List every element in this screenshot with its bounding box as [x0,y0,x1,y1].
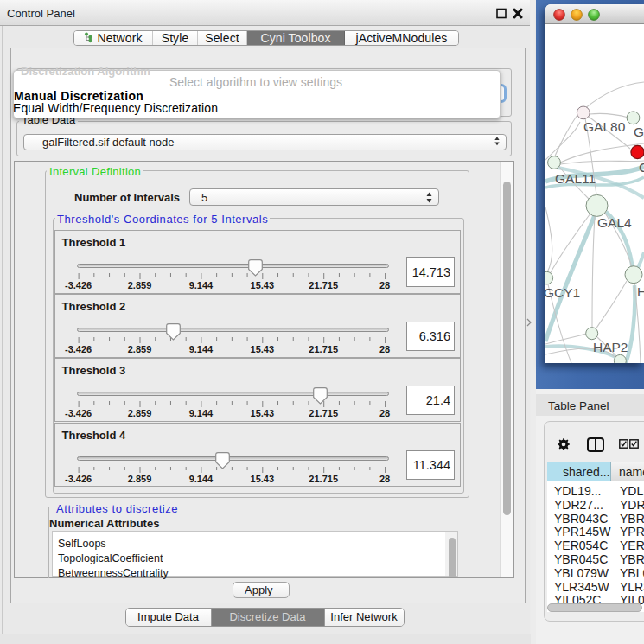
svg-text:GAL11: GAL11 [555,171,596,186]
svg-text:GAL4: GAL4 [597,215,632,230]
svg-text:GAL80: GAL80 [583,119,626,134]
svg-text:HAP2: HAP2 [593,340,628,354]
svg-text:H: H [637,284,644,299]
svg-text:GCY1: GCY1 [545,285,580,300]
svg-text:GA: GA [634,124,644,139]
svg-text:C: C [639,160,644,175]
